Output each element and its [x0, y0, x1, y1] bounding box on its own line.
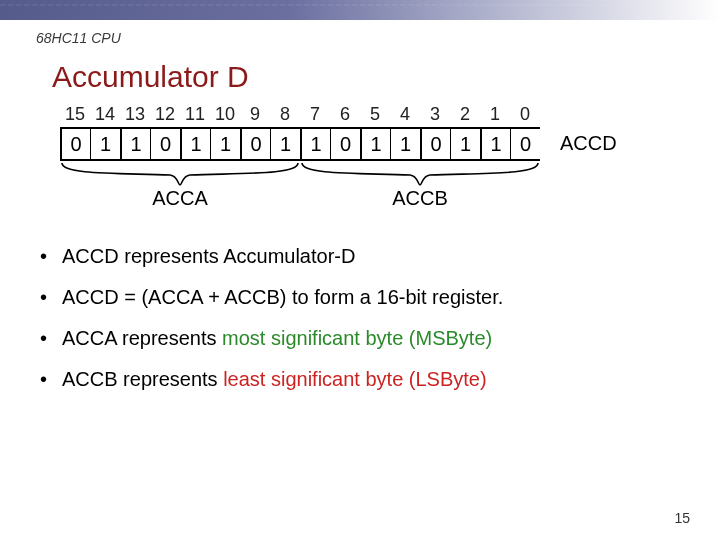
bit-cell: 1 [300, 127, 330, 161]
bit-cell: 0 [420, 127, 450, 161]
bit-cell: 1 [450, 127, 480, 161]
bullet-item: ACCA represents most significant byte (M… [40, 327, 720, 350]
accd-label: ACCD [560, 132, 617, 155]
bit-index: 3 [420, 104, 450, 125]
slide-header: 68HC11 CPU [0, 20, 720, 46]
bit-index: 10 [210, 104, 240, 125]
bit-index: 15 [60, 104, 90, 125]
bullet-item: ACCB represents least significant byte (… [40, 368, 720, 391]
bit-cell: 1 [210, 127, 240, 161]
slide-title: Accumulator D [0, 46, 720, 98]
bit-value-row: 0 1 1 0 1 1 0 1 1 0 1 1 0 1 1 0 ACCD [60, 127, 720, 161]
bullet-list: ACCD represents Accumulator-D ACCD = (AC… [0, 237, 720, 391]
bit-cell: 0 [330, 127, 360, 161]
bit-cell: 0 [510, 127, 540, 161]
bit-cell: 1 [180, 127, 210, 161]
bit-index: 7 [300, 104, 330, 125]
bit-index: 4 [390, 104, 420, 125]
bit-cell: 1 [360, 127, 390, 161]
bullet-item: ACCD = (ACCA + ACCB) to form a 16-bit re… [40, 286, 720, 309]
decorative-top-bar [0, 0, 720, 20]
bit-index: 11 [180, 104, 210, 125]
bit-cell: 0 [60, 127, 90, 161]
acca-label: ACCA [60, 187, 300, 210]
brace-accb [300, 161, 540, 187]
bit-cell: 1 [270, 127, 300, 161]
bit-index: 8 [270, 104, 300, 125]
bit-index: 12 [150, 104, 180, 125]
lsbyte-text: least significant byte (LSByte) [223, 368, 486, 390]
msbyte-text: most significant byte (MSByte) [222, 327, 492, 349]
bit-index: 9 [240, 104, 270, 125]
accumulator-diagram: 15 14 13 12 11 10 9 8 7 6 5 4 3 2 1 0 0 … [0, 98, 720, 221]
bit-index-row: 15 14 13 12 11 10 9 8 7 6 5 4 3 2 1 0 [60, 104, 720, 125]
bit-index: 14 [90, 104, 120, 125]
bullet-text: ACCA represents [62, 327, 222, 349]
bit-cell: 0 [150, 127, 180, 161]
bit-index: 5 [360, 104, 390, 125]
bit-index: 0 [510, 104, 540, 125]
bit-index: 6 [330, 104, 360, 125]
bullet-item: ACCD represents Accumulator-D [40, 245, 720, 268]
page-number: 15 [674, 510, 690, 526]
brace-acca [60, 161, 300, 187]
bit-cell: 1 [90, 127, 120, 161]
bit-cell: 1 [390, 127, 420, 161]
bit-cell: 0 [240, 127, 270, 161]
accb-label: ACCB [300, 187, 540, 210]
bit-index: 2 [450, 104, 480, 125]
bit-index: 1 [480, 104, 510, 125]
bit-cell: 1 [480, 127, 510, 161]
bit-index: 13 [120, 104, 150, 125]
bullet-text: ACCB represents [62, 368, 223, 390]
bit-cell: 1 [120, 127, 150, 161]
